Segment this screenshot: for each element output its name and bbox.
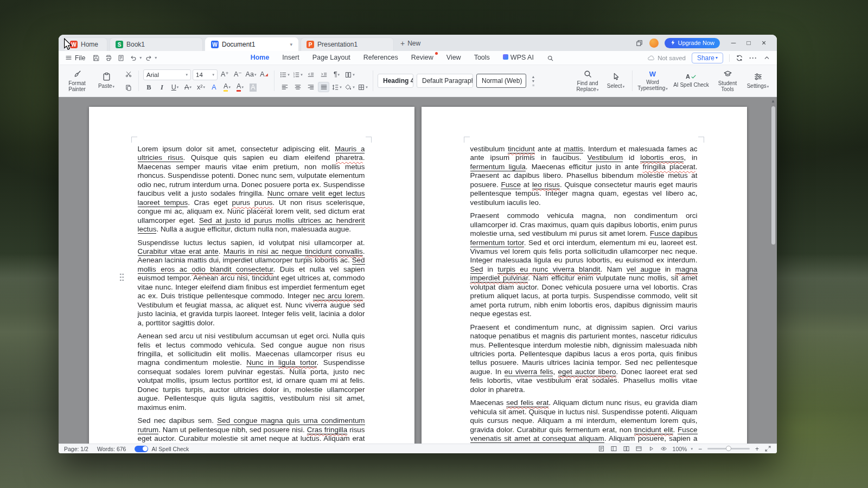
page-2[interactable]: vestibulum tincidunt ante at mattis. Int… bbox=[422, 107, 747, 444]
paragraph-marks-button[interactable]: ¶▾ bbox=[331, 69, 342, 80]
styles-scroll-up-icon[interactable]: ▲ bbox=[532, 75, 535, 79]
strikethrough-button[interactable]: A▾ bbox=[182, 82, 194, 93]
save-status[interactable]: Not saved bbox=[647, 54, 686, 62]
window-layout-icon[interactable] bbox=[635, 39, 643, 47]
new-tab-button[interactable]: + New bbox=[396, 39, 425, 51]
change-case-button[interactable]: Aa▾ bbox=[245, 69, 257, 80]
select-button[interactable]: Select▾ bbox=[604, 67, 628, 94]
increase-indent-button[interactable] bbox=[318, 69, 329, 80]
cut-button[interactable] bbox=[123, 69, 134, 79]
close-button[interactable]: × bbox=[756, 37, 771, 48]
bullet-list-button[interactable]: ▾ bbox=[279, 69, 290, 80]
fullscreen-icon[interactable] bbox=[764, 445, 771, 452]
zoom-level[interactable]: 100%▾ bbox=[673, 446, 693, 452]
more-options-icon[interactable]: ··· bbox=[749, 54, 757, 62]
ai-spell-check-button[interactable]: A AI Spell Check bbox=[672, 67, 711, 94]
decrease-indent-button[interactable] bbox=[305, 69, 316, 80]
menu-view[interactable]: View bbox=[446, 54, 461, 61]
paragraph[interactable]: Lorem ipsum dolor sit amet, consectetur … bbox=[138, 145, 365, 234]
bold-button[interactable]: B bbox=[143, 82, 155, 93]
upgrade-now-button[interactable]: Upgrade Now bbox=[665, 38, 720, 48]
word-count[interactable]: Words: 676 bbox=[97, 446, 126, 452]
font-color-button[interactable]: A▾ bbox=[234, 82, 246, 93]
print-layout-view-icon[interactable] bbox=[598, 445, 605, 452]
two-page-view-icon[interactable] bbox=[623, 445, 630, 452]
menu-search-button[interactable] bbox=[547, 54, 554, 61]
minimize-button[interactable]: ─ bbox=[726, 37, 741, 48]
paragraph[interactable]: Aenean sed arcu ut nisi vestibulum accum… bbox=[138, 332, 365, 412]
print-preview-button[interactable] bbox=[116, 53, 126, 63]
columns-button[interactable]: ▾ bbox=[344, 69, 355, 80]
increase-font-button[interactable]: A⁺ bbox=[219, 69, 231, 80]
file-menu-button[interactable]: File bbox=[65, 54, 85, 62]
read-mode-icon[interactable] bbox=[648, 445, 655, 452]
vertical-scrollbar[interactable]: ▲ bbox=[770, 99, 776, 440]
align-center-button[interactable] bbox=[292, 82, 303, 92]
settings-button[interactable]: Settings▾ bbox=[744, 67, 771, 94]
find-replace-button[interactable]: Find and Replace▾ bbox=[573, 67, 602, 94]
character-shading-button[interactable]: A bbox=[247, 82, 259, 93]
paragraph[interactable]: Sed nec dapibus sem. Sed congue magna qu… bbox=[138, 416, 365, 444]
web-layout-view-icon[interactable] bbox=[610, 445, 617, 452]
student-tools-button[interactable]: Student Tools bbox=[714, 67, 741, 94]
zoom-in-button[interactable]: + bbox=[755, 446, 759, 452]
font-name-select[interactable]: Arial ▾ bbox=[143, 69, 191, 80]
numbered-list-button[interactable]: ▾ bbox=[292, 69, 303, 80]
menu-tools[interactable]: Tools bbox=[474, 54, 490, 61]
share-button[interactable]: Share ▾ bbox=[692, 53, 723, 63]
document-canvas[interactable]: Lorem ipsum dolor sit amet, consectetur … bbox=[59, 97, 777, 444]
menu-insert[interactable]: Insert bbox=[282, 54, 299, 61]
account-avatar[interactable] bbox=[649, 38, 659, 48]
paragraph[interactable]: vestibulum tincidunt ante at mattis. Int… bbox=[470, 145, 698, 207]
zoom-out-button[interactable]: − bbox=[698, 446, 702, 452]
menu-home[interactable]: Home bbox=[251, 54, 270, 61]
print-button[interactable] bbox=[103, 53, 114, 63]
undo-button[interactable] bbox=[128, 53, 139, 63]
redo-caret-icon[interactable]: ▾ bbox=[155, 55, 157, 60]
align-left-button[interactable] bbox=[279, 82, 290, 92]
borders-button[interactable]: ▾ bbox=[357, 82, 368, 92]
paragraph-drag-handle-icon[interactable] bbox=[119, 273, 124, 281]
menu-wps-ai[interactable]: WPS AI bbox=[503, 54, 534, 61]
undo-caret-icon[interactable]: ▾ bbox=[139, 55, 142, 60]
styles-more-icon[interactable]: ≡ bbox=[532, 84, 534, 87]
sync-icon[interactable] bbox=[736, 54, 743, 62]
page-1[interactable]: Lorem ipsum dolor sit amet, consectetur … bbox=[89, 107, 414, 444]
paragraph[interactable]: Praesent commodo vehicula magna, non con… bbox=[470, 211, 698, 318]
page-1-text[interactable]: Lorem ipsum dolor sit amet, consectetur … bbox=[138, 145, 365, 444]
word-typesetting-button[interactable]: W Word Typesetting▾ bbox=[637, 67, 668, 94]
styles-scroll-down-icon[interactable]: ▼ bbox=[532, 79, 535, 83]
tab-book1[interactable]: S Book1 bbox=[110, 37, 203, 51]
page-indicator[interactable]: Page: 1/2 bbox=[64, 446, 88, 452]
format-painter-button[interactable]: Format Painter bbox=[64, 67, 90, 94]
scroll-up-arrow-icon[interactable]: ▲ bbox=[770, 99, 776, 104]
style-default-paragraph[interactable]: Default Paragraph F bbox=[417, 74, 473, 88]
align-right-button[interactable] bbox=[305, 82, 316, 92]
paragraph[interactable]: Maecenas sed felis erat. Aliquam dictum … bbox=[470, 399, 698, 444]
highlight-color-button[interactable]: A▾ bbox=[221, 82, 233, 93]
eye-protection-icon[interactable] bbox=[660, 445, 667, 452]
tab-presentation1[interactable]: P Presentation1 bbox=[301, 37, 394, 51]
ai-spell-check-toggle[interactable] bbox=[135, 446, 148, 452]
paragraph[interactable]: Praesent et condimentum nunc, at digniss… bbox=[470, 323, 698, 395]
zoom-slider-thumb[interactable] bbox=[726, 446, 731, 451]
copy-button[interactable] bbox=[123, 82, 134, 93]
scrollbar-thumb[interactable] bbox=[771, 106, 775, 245]
superscript-button[interactable]: x²▾ bbox=[195, 82, 207, 93]
outline-view-icon[interactable] bbox=[635, 445, 642, 452]
paragraph[interactable]: Suspendisse luctus lectus sapien, id vol… bbox=[138, 239, 365, 328]
style-normal-web[interactable]: Normal (Web) bbox=[476, 74, 526, 88]
page-2-text[interactable]: vestibulum tincidunt ante at mattis. Int… bbox=[470, 145, 698, 444]
save-button[interactable] bbox=[91, 53, 101, 63]
menu-review[interactable]: Review bbox=[411, 54, 433, 61]
underline-button[interactable]: U▾ bbox=[169, 82, 181, 93]
justify-button[interactable] bbox=[318, 82, 329, 92]
paste-button[interactable]: Paste▾ bbox=[93, 67, 119, 94]
text-effects-button[interactable]: A bbox=[208, 82, 220, 93]
italic-button[interactable]: I bbox=[156, 82, 168, 93]
tab-document1[interactable]: W Document1 ▾ bbox=[205, 37, 298, 51]
line-spacing-button[interactable]: ▾ bbox=[331, 82, 342, 92]
style-heading4[interactable]: Heading 4 bbox=[378, 74, 413, 88]
zoom-slider[interactable] bbox=[707, 448, 750, 450]
maximize-button[interactable]: □ bbox=[741, 37, 756, 48]
